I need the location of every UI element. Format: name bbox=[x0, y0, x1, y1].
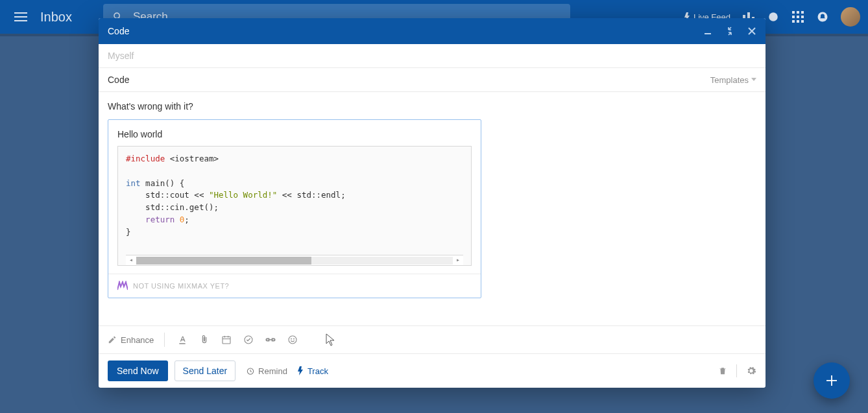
code-block: #include <iostream> int main() { std::co… bbox=[117, 146, 472, 266]
compose-toolbar: Enhance bbox=[99, 325, 766, 353]
close-icon[interactable] bbox=[747, 27, 756, 36]
notifications-icon[interactable] bbox=[816, 10, 829, 23]
emoji-icon[interactable] bbox=[285, 335, 300, 345]
chevron-down-icon bbox=[751, 78, 756, 82]
remind-label: Remind bbox=[258, 366, 287, 376]
code-content: #include <iostream> int main() { std::co… bbox=[126, 153, 463, 238]
svg-rect-2 bbox=[14, 20, 27, 21]
enhance-button[interactable]: Enhance bbox=[108, 335, 154, 345]
templates-label: Templates bbox=[710, 75, 749, 85]
enhance-label: Enhance bbox=[121, 335, 154, 345]
to-field[interactable]: Myself bbox=[99, 44, 766, 68]
compose-title: Code bbox=[108, 26, 129, 36]
mixmax-text: NOT USING MIXMAX YET? bbox=[133, 282, 229, 290]
code-snippet-card: Hello world #include <iostream> int main… bbox=[108, 119, 481, 298]
horizontal-scrollbar[interactable]: ◂ ▸ bbox=[126, 255, 463, 265]
svg-rect-0 bbox=[14, 12, 27, 14]
body-text: What's wrong with it? bbox=[108, 101, 756, 112]
section-title: Inbox bbox=[40, 10, 72, 25]
track-label: Track bbox=[307, 366, 328, 376]
svg-rect-11 bbox=[797, 16, 799, 18]
window-controls bbox=[703, 27, 756, 36]
svg-rect-8 bbox=[797, 11, 799, 14]
svg-rect-7 bbox=[792, 11, 795, 14]
scroll-right-icon[interactable]: ▸ bbox=[453, 255, 463, 265]
compose-body[interactable]: What's wrong with it? Hello world #inclu… bbox=[99, 92, 766, 325]
avatar[interactable] bbox=[841, 7, 860, 27]
cursor-icon bbox=[326, 333, 336, 346]
scroll-left-icon[interactable]: ◂ bbox=[126, 255, 136, 265]
mixmax-promo[interactable]: NOT USING MIXMAX YET? bbox=[117, 281, 472, 291]
svg-rect-12 bbox=[801, 16, 804, 18]
svg-point-30 bbox=[294, 338, 295, 339]
compose-fab[interactable] bbox=[814, 362, 850, 399]
track-button[interactable]: Track bbox=[298, 366, 328, 376]
compose-footer: Send Now Send Later Remind Track bbox=[99, 353, 766, 388]
collapse-icon[interactable] bbox=[725, 27, 734, 36]
task-icon[interactable] bbox=[241, 335, 256, 345]
send-now-button[interactable]: Send Now bbox=[108, 360, 168, 381]
svg-rect-14 bbox=[797, 20, 799, 23]
mixmax-icon bbox=[117, 281, 128, 291]
to-placeholder: Myself bbox=[108, 51, 134, 61]
chat-icon[interactable] bbox=[767, 10, 780, 23]
scroll-thumb[interactable] bbox=[136, 257, 311, 265]
send-later-button[interactable]: Send Later bbox=[175, 360, 236, 381]
attach-icon[interactable] bbox=[197, 334, 211, 346]
svg-rect-20 bbox=[223, 336, 230, 344]
svg-rect-1 bbox=[14, 16, 27, 18]
format-icon[interactable] bbox=[175, 335, 189, 345]
divider bbox=[164, 333, 165, 347]
minimize-icon[interactable] bbox=[703, 27, 712, 36]
svg-rect-15 bbox=[801, 20, 804, 23]
calendar-icon[interactable] bbox=[219, 335, 234, 345]
svg-rect-9 bbox=[801, 11, 804, 14]
svg-rect-13 bbox=[792, 20, 795, 23]
templates-button[interactable]: Templates bbox=[710, 75, 756, 85]
subject-field[interactable]: Code bbox=[108, 75, 129, 85]
separator bbox=[108, 274, 481, 274]
footer-right bbox=[718, 364, 756, 377]
gear-icon[interactable] bbox=[746, 366, 756, 376]
remind-button[interactable]: Remind bbox=[246, 366, 287, 376]
compose-window: Code Myself Code Templates What's wrong … bbox=[99, 18, 766, 388]
svg-point-28 bbox=[289, 336, 296, 344]
svg-rect-10 bbox=[792, 16, 795, 18]
divider bbox=[736, 364, 737, 377]
svg-point-29 bbox=[291, 338, 292, 339]
link-icon[interactable] bbox=[263, 336, 278, 344]
subject-row: Code Templates bbox=[99, 68, 766, 92]
scroll-track[interactable] bbox=[136, 257, 453, 265]
svg-point-6 bbox=[769, 12, 778, 21]
compose-titlebar[interactable]: Code bbox=[99, 18, 766, 44]
menu-icon[interactable] bbox=[8, 12, 34, 21]
apps-icon[interactable] bbox=[791, 10, 804, 23]
trash-icon[interactable] bbox=[718, 366, 727, 376]
snippet-title: Hello world bbox=[117, 129, 472, 139]
